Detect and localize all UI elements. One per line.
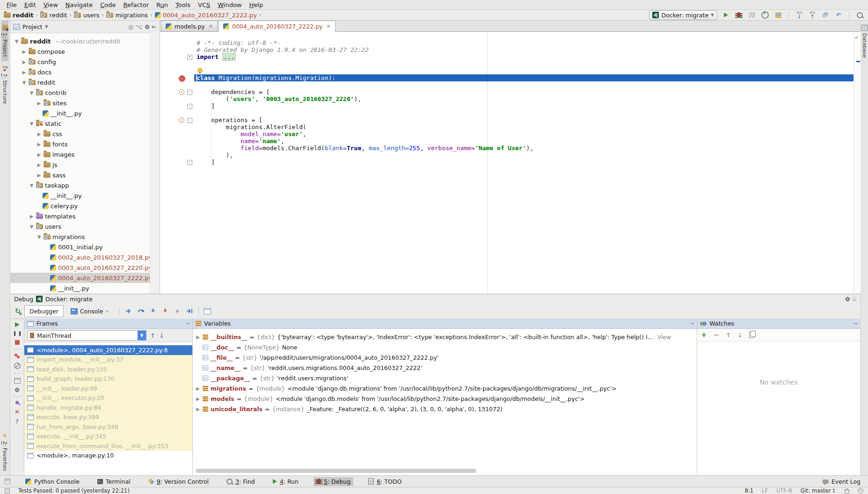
frame-row[interactable]: execute, base.py:399 [24,413,192,422]
frame-row[interactable]: handle, migrate.py:89 [24,403,192,413]
frame-row[interactable]: load_disk, loader.py:105 [24,364,192,374]
toolwindow-button-6--todo[interactable]: 6: TODO [365,477,404,486]
menu-item-edit[interactable]: Edit [21,0,40,9]
editor[interactable]: # -*- coding: utf-8 -*-# Generated by Dj… [160,32,853,294]
frame-row[interactable]: run_from_argv, base.py:348 [24,422,192,432]
evaluate-expression-button[interactable] [203,306,212,316]
chevron-down-icon[interactable]: ▼ [36,234,42,240]
tree-item-sites[interactable]: ▶sites [10,98,150,108]
lock-icon[interactable] [845,490,849,494]
tree-item-images[interactable]: ▶images [10,149,150,160]
frame-row[interactable]: __init__, executor.py:20 [24,393,192,403]
editor-tab-models-py[interactable]: models.py✕ [161,21,218,31]
code-line-17[interactable]: ), [160,152,853,159]
line-separator[interactable]: LF [762,487,768,494]
chevron-down-icon[interactable]: ▼ [29,224,34,229]
tool-stripe----favorites[interactable]: ★2: Favorites [1,428,8,475]
settings-button[interactable] [15,388,19,392]
view-link[interactable]: View [657,334,671,341]
menu-item-code[interactable]: Code [96,0,119,9]
add-console-icon[interactable]: +˯ [106,309,111,313]
view-breakpoints-button[interactable] [15,354,20,358]
chevron-right-icon[interactable]: ▶ [36,131,42,137]
variable-row[interactable]: ▶unicode_literals = {instance}_Feature: … [193,404,697,414]
toolwindow-button-9--version-control[interactable]: 9: Version Control [146,477,212,486]
frame-row[interactable]: <module>, manage.py:10 [24,451,192,461]
run-to-cursor-button[interactable] [184,306,195,316]
variable-row[interactable]: 01__file__ = {str}'/app/reddit/users/mig… [193,352,697,363]
chevron-right-icon[interactable]: ▶ [36,142,42,147]
chevron-right-icon[interactable]: ▶ [22,49,27,54]
expand-arrow-icon[interactable]: ▶ [196,407,200,412]
code-line-12[interactable]: ↥− operations = [ [160,116,853,124]
variable-row[interactable]: ▶migrations = {module}<module 'django.db… [193,383,697,393]
menu-item-help[interactable]: Help [246,0,267,9]
tree-item---init---py[interactable]: __init__.py [10,108,150,118]
variable-row[interactable]: ▶__builtins__ = {dict}{'bytearray': <typ… [193,332,697,342]
chevron-down-icon[interactable]: ▼ [29,121,34,126]
add-watch-button[interactable]: + [701,331,707,339]
editor-tab-0004-auto-20160327-2222-py[interactable]: 0004_auto_20160327_2222.py✕ [219,21,336,32]
variable-row[interactable]: 01__name__ = {str}'reddit.users.migratio… [193,363,697,373]
float-panel-icon[interactable]: → [185,320,190,327]
tree-item---init---py[interactable]: __init__.py [10,283,150,293]
expand-arrow-icon[interactable]: ▶ [196,386,200,391]
tree-item-fonts[interactable]: ▶fonts [10,139,150,149]
tree-item-sass[interactable]: ▶sass [10,170,150,180]
tree-item-css[interactable]: ▶css [10,129,150,139]
chevron-right-icon[interactable]: ▶ [36,101,42,106]
tree-item-celery-py[interactable]: celery.py [10,201,150,211]
breadcrumb-item[interactable]: reddit [40,12,67,19]
code-line-13[interactable]: migrations.AlterField( [160,124,853,131]
chevron-right-icon[interactable]: ▶ [36,162,42,167]
toolwindow-button-3--find[interactable]: 3: Find [224,477,258,486]
toolwindow-switcher-icon[interactable] [5,479,10,484]
fold-collapse-icon[interactable]: − [187,90,192,95]
tree-item-migrations[interactable]: ▼migrations [10,232,150,242]
frame-row[interactable]: execute, __init__.py:345 [24,432,192,442]
remove-watch-button[interactable]: − [714,331,720,339]
menu-item-navigate[interactable]: Navigate [62,0,96,9]
run-configuration-select[interactable]: dj Docker: migrate ▼ [649,10,717,20]
locate-file-button[interactable]: ◎ [128,23,133,30]
float-panel-icon[interactable]: → [853,320,857,327]
chevron-right-icon[interactable]: ▶ [29,214,34,219]
toolwindow-button-python-console[interactable]: Python Console [22,477,82,486]
expand-arrow-icon[interactable]: ▶ [196,334,200,340]
code-line-7[interactable] [160,81,853,88]
breadcrumb-item[interactable]: users [74,12,99,19]
menu-item-view[interactable]: View [40,0,62,9]
breadcrumb-item[interactable]: 0004_auto_20160327_2222.py [155,12,257,19]
fold-collapse-icon[interactable]: − [187,104,192,109]
frame-row[interactable]: execute_from_command_line, __init__.py:3… [24,441,192,451]
intention-bulb-icon[interactable] [197,68,203,73]
concurrency-diagram-button[interactable] [773,10,783,20]
stop-button[interactable] [15,340,20,345]
execution-stripe-mark[interactable] [856,61,860,62]
tree-item-0002-auto-20160327-2018-py[interactable]: 0002_auto_20160327_2018.py [10,252,150,262]
tree-item-reddit[interactable]: ▼reddit [10,77,150,87]
tab-debugger[interactable]: Debugger [24,305,64,317]
resume-button[interactable] [15,322,20,327]
close-button[interactable]: × [15,408,20,414]
frame-down-button[interactable]: ↓ [159,332,164,339]
tree-item-contrib[interactable]: ▼contrib [10,87,150,98]
float-panel-icon[interactable]: → [690,320,694,327]
chevron-right-icon[interactable]: ▶ [22,70,27,75]
pin-tab-button[interactable] [15,401,19,404]
duplicate-watch-button[interactable] [749,332,754,338]
code-line-4[interactable] [160,60,853,67]
breadcrumb-item[interactable]: reddit [4,12,34,19]
variable-row[interactable]: 01__doc__ = {NoneType}None [193,342,697,352]
menu-item-vcs[interactable]: VCS [194,0,214,9]
tool-stripe----structure[interactable]: 7: Structure [1,61,8,108]
search-everywhere-icon[interactable] [855,10,864,20]
tree-item-0001-initial-py[interactable]: 0001_initial.py [10,242,150,252]
code-line-16[interactable]: field=models.CharField(blank=True, max_l… [160,145,853,152]
expand-arrow-icon[interactable]: ▶ [196,396,200,401]
inspections-ok-icon[interactable]: ✓ [854,34,859,41]
help-button[interactable]: ? [15,419,19,424]
frame-row[interactable]: import_module, __init__.py:37 [24,355,192,365]
profile-button[interactable] [760,10,770,20]
menu-item-tools[interactable]: Tools [172,0,194,9]
